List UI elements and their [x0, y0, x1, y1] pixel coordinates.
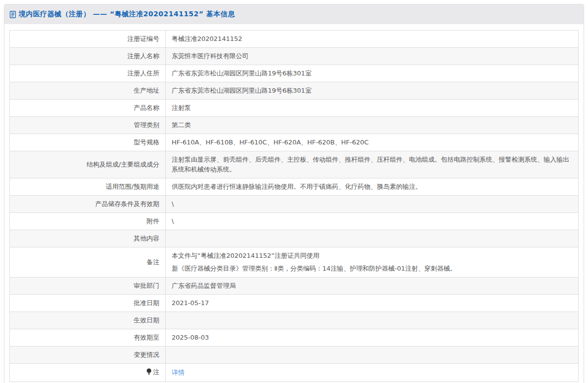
row-value: 第二类 — [166, 117, 579, 134]
row-value-text: \ — [172, 200, 174, 208]
row-label: 生产地址 — [10, 82, 166, 100]
table-row: 管理类别第二类 — [10, 117, 579, 134]
row-value: \ — [166, 196, 579, 213]
row-label-text: 其他内容 — [134, 235, 159, 242]
table-row: 结构及组成/主要组成成分注射泵由显示屏、前壳组件、后壳组件、主控板、传动组件、推… — [10, 151, 579, 178]
row-label-text: 产品储存条件及有效期 — [95, 200, 159, 208]
table-row: 注详情 — [10, 364, 579, 382]
card-header: 境内医疗器械（注册） —— “粤械注准20202141152” 基本信息 — [4, 4, 584, 24]
row-value: 供医院内对患者进行恒速静脉输注药物使用。不用于镇痛药、化疗药物、胰岛素的输注。 — [166, 178, 579, 196]
row-value: 广东省东莞市松山湖园区阿里山路19号6栋301室 — [166, 65, 579, 82]
row-label-text: 变更情况 — [134, 351, 159, 358]
details-link[interactable]: 详情 — [172, 369, 184, 376]
row-label-text: 备注 — [147, 258, 159, 266]
row-label-text: 批准日期 — [134, 299, 159, 307]
row-label: 适用范围/预期用途 — [10, 178, 166, 196]
row-label: 其他内容 — [10, 230, 166, 247]
table-row: 生效日期 — [10, 312, 579, 329]
row-value — [166, 230, 579, 247]
row-value: 注射泵由显示屏、前壳组件、后壳组件、主控板、传动组件、推杆组件、压杆组件、电池组… — [166, 151, 579, 178]
table-row: 附件\ — [10, 213, 579, 230]
table-row: 型号规格HF-610A、HF-610B、HF-610C、HF-620A、HF-6… — [10, 134, 579, 151]
page: 境内医疗器械（注册） —— “粤械注准20202141152” 基本信息 注册证… — [0, 0, 588, 383]
row-label: 注册人住所 — [10, 65, 166, 82]
info-table: 注册证编号粤械注准20202141152注册人名称东莞恒丰医疗科技有限公司注册人… — [9, 30, 579, 382]
row-value-text: 注射泵 — [172, 104, 191, 111]
row-value-text: 广东省东莞市松山湖园区阿里山路19号6栋301室 — [172, 87, 312, 94]
row-label-text: 审批部门 — [134, 282, 159, 289]
row-label: 产品名称 — [10, 100, 166, 117]
row-value: 本文件与“粤械注准20202141152”注册证共同使用新《医疗器械分类目录》管… — [166, 247, 579, 278]
table-row: 适用范围/预期用途供医院内对患者进行恒速静脉输注药物使用。不用于镇痛药、化疗药物… — [10, 178, 579, 196]
row-value-text: 东莞恒丰医疗科技有限公司 — [172, 52, 249, 60]
table-row: 注册人名称东莞恒丰医疗科技有限公司 — [10, 48, 579, 65]
row-value: 详情 — [166, 364, 579, 382]
row-value-text: \ — [172, 217, 174, 225]
row-value-text: 供医院内对患者进行恒速静脉输注药物使用。不用于镇痛药、化疗药物、胰岛素的输注。 — [172, 183, 422, 190]
row-label: 产品储存条件及有效期 — [10, 196, 166, 213]
row-value: 广东省东莞市松山湖园区阿里山路19号6栋301室 — [166, 82, 579, 100]
row-value-text: 广东省东莞市松山湖园区阿里山路19号6栋301室 — [172, 70, 312, 77]
row-value: 2021-05-17 — [166, 295, 579, 312]
row-label-text: 注册人住所 — [127, 70, 159, 77]
row-label: 审批部门 — [10, 278, 166, 295]
row-label-text: 型号规格 — [134, 139, 159, 146]
row-value-text: 第二类 — [172, 121, 191, 129]
row-value: 粤械注准20202141152 — [166, 31, 579, 48]
row-label: 注 — [10, 364, 166, 382]
table-row: 注册人住所广东省东莞市松山湖园区阿里山路19号6栋301室 — [10, 65, 579, 82]
row-label: 批准日期 — [10, 295, 166, 312]
table-row: 有效期至2025-08-03 — [10, 329, 579, 347]
row-label: 生效日期 — [10, 312, 166, 329]
row-label: 变更情况 — [10, 347, 166, 364]
row-value: 注射泵 — [166, 100, 579, 117]
row-label-text: 适用范围/预期用途 — [106, 183, 159, 190]
row-label-text: 产品名称 — [134, 104, 159, 111]
row-label-text: 生效日期 — [134, 316, 159, 324]
row-value-text: 2025-08-03 — [172, 334, 209, 341]
row-label: 型号规格 — [10, 134, 166, 151]
registration-info-card: 境内医疗器械（注册） —— “粤械注准20202141152” 基本信息 注册证… — [4, 4, 584, 383]
page-title: 境内医疗器械（注册） —— “粤械注准20202141152” 基本信息 — [19, 10, 235, 19]
row-value: 2025-08-03 — [166, 329, 579, 347]
info-table-body: 注册证编号粤械注准20202141152注册人名称东莞恒丰医疗科技有限公司注册人… — [10, 31, 579, 382]
row-value: 广东省药品监督管理局 — [166, 278, 579, 295]
row-value-text: 粤械注准20202141152 — [172, 35, 242, 42]
row-value — [166, 347, 579, 364]
row-label-text: 管理类别 — [134, 121, 159, 129]
row-value: 东莞恒丰医疗科技有限公司 — [166, 48, 579, 65]
table-row: 其他内容 — [10, 230, 579, 247]
row-label: 注册人名称 — [10, 48, 166, 65]
row-value-text: 注射泵由显示屏、前壳组件、后壳组件、主控板、传动组件、推杆组件、压杆组件、电池组… — [172, 156, 569, 173]
row-label-text: 注册证编号 — [127, 35, 159, 42]
table-row: 注册证编号粤械注准20202141152 — [10, 31, 579, 48]
row-value-text: 广东省药品监督管理局 — [172, 282, 236, 289]
row-label-text: 附件 — [147, 217, 159, 225]
row-label-text: 注册人名称 — [127, 52, 159, 60]
row-label-text: 生产地址 — [134, 87, 159, 94]
table-row: 审批部门广东省药品监督管理局 — [10, 278, 579, 295]
row-value: HF-610A、HF-610B、HF-610C、HF-620A、HF-620B、… — [166, 134, 579, 151]
table-row: 产品名称注射泵 — [10, 100, 579, 117]
row-label: 备注 — [10, 247, 166, 278]
table-row: 备注本文件与“粤械注准20202141152”注册证共同使用新《医疗器械分类目录… — [10, 247, 579, 278]
lightbulb-icon — [146, 368, 152, 378]
row-label: 附件 — [10, 213, 166, 230]
row-value-text: 2021-05-17 — [172, 299, 209, 307]
remark-line: 本文件与“粤械注准20202141152”注册证共同使用 — [172, 251, 572, 261]
table-row: 生产地址广东省东莞市松山湖园区阿里山路19号6栋301室 — [10, 82, 579, 100]
card-body: 注册证编号粤械注准20202141152注册人名称东莞恒丰医疗科技有限公司注册人… — [4, 24, 584, 383]
table-row: 变更情况 — [10, 347, 579, 364]
row-label-text: 有效期至 — [134, 334, 159, 341]
row-label: 注册证编号 — [10, 31, 166, 48]
remark-line: 新《医疗器械分类目录》管理类别：Ⅱ类，分类编码：14注输、护理和防护器械-01注… — [172, 264, 572, 274]
row-label: 结构及组成/主要组成成分 — [10, 151, 166, 178]
row-label: 有效期至 — [10, 329, 166, 347]
document-icon — [9, 11, 16, 18]
row-value — [166, 312, 579, 329]
table-row: 产品储存条件及有效期\ — [10, 196, 579, 213]
row-label: 管理类别 — [10, 117, 166, 134]
row-label-text: 结构及组成/主要组成成分 — [87, 161, 159, 168]
row-label-text: 注 — [153, 368, 159, 376]
row-value: \ — [166, 213, 579, 230]
